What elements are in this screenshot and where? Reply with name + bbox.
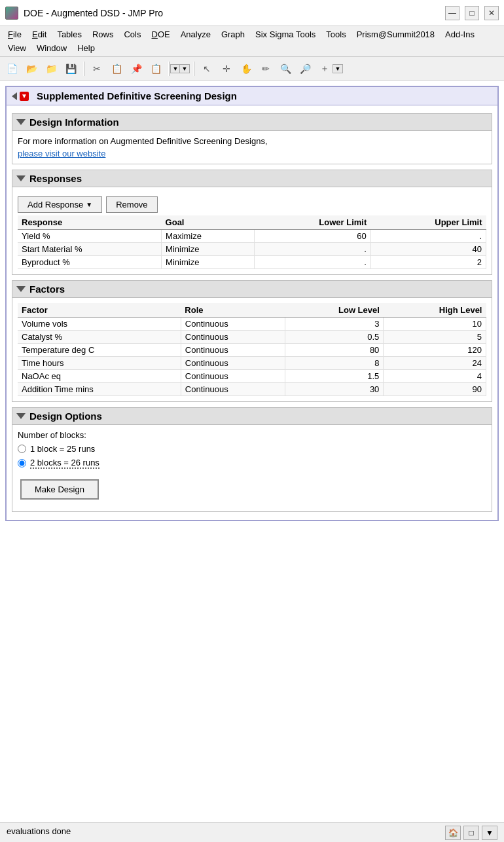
factor-low: 80 <box>285 344 384 357</box>
responses-collapse[interactable] <box>16 175 26 181</box>
tb-pointer[interactable]: ↖ <box>198 60 216 77</box>
factor-low: 1.5 <box>285 370 384 383</box>
factors-table: Factor Role Low Level High Level Volume … <box>18 303 486 396</box>
table-row[interactable]: Catalyst % Continuous 0.5 5 <box>18 331 486 344</box>
design-info-collapse[interactable] <box>16 119 26 125</box>
make-design-button[interactable]: Make Design <box>20 479 99 500</box>
menu-addins[interactable]: Add-Ins <box>440 27 480 41</box>
table-row[interactable]: Yield % Maximize 60 . <box>18 230 486 243</box>
status-home-icon[interactable]: 🏠 <box>445 826 461 840</box>
design-info-body: For more information on Augmented Defini… <box>12 131 492 164</box>
add-response-button[interactable]: Add Response ▼ <box>18 196 102 213</box>
menu-window[interactable]: Window <box>31 41 72 55</box>
top-panel-header: Supplemented Definitive Screening Design <box>7 87 497 105</box>
response-upper: . <box>370 230 486 243</box>
tb-hand[interactable]: ✋ <box>237 60 255 77</box>
response-goal: Maximize <box>162 230 255 243</box>
factors-body: Factor Role Low Level High Level Volume … <box>12 298 492 401</box>
table-row[interactable]: Start Material % Minimize . 40 <box>18 243 486 256</box>
status-text: evaluations done <box>7 826 71 836</box>
toolbar: 📄 📂 📁 💾 ✂ 📋 📌 📋 ▼ ▼ ↖ ✛ ✋ ✏ 🔍 🔎 ＋ ▼ <box>0 57 504 81</box>
factors-col-factor: Factor <box>18 303 181 318</box>
menu-tables[interactable]: Tables <box>52 27 87 41</box>
factor-low: 8 <box>285 357 384 370</box>
response-lower: . <box>255 256 371 269</box>
close-button[interactable]: ✕ <box>484 6 499 20</box>
status-icons: 🏠 □ ▼ <box>445 826 497 840</box>
factors-header: Factors <box>12 281 492 298</box>
factor-role: Continuous <box>181 383 285 396</box>
factors-collapse[interactable] <box>16 286 26 292</box>
menu-cols[interactable]: Cols <box>118 27 146 41</box>
collapse-triangle-left[interactable] <box>12 92 17 100</box>
responses-panel: Responses Add Response ▼ Remove Respons <box>12 170 492 275</box>
window-controls: — □ ✕ <box>445 6 499 20</box>
menu-bar: File Edit Tables Rows Cols DOE Analyze G… <box>0 26 504 57</box>
factor-role: Continuous <box>181 331 285 344</box>
factors-title: Factors <box>29 284 65 295</box>
tb-paste[interactable]: 📌 <box>127 60 145 77</box>
factor-name: Temperature deg C <box>18 344 181 357</box>
design-info-description: For more information on Augmented Defini… <box>18 136 486 146</box>
remove-response-button[interactable]: Remove <box>106 196 157 213</box>
tb-cut[interactable]: ✂ <box>88 60 106 77</box>
tb-search1[interactable]: 🔍 <box>276 60 295 77</box>
responses-body: Add Response ▼ Remove Response Goal Lowe… <box>12 187 492 274</box>
response-goal: Minimize <box>162 243 255 256</box>
option1-radio[interactable] <box>18 445 26 453</box>
maximize-button[interactable]: □ <box>465 6 479 20</box>
table-row[interactable]: Volume vols Continuous 3 10 <box>18 318 486 331</box>
response-name: Yield % <box>18 230 162 243</box>
option2-radio[interactable] <box>18 459 26 467</box>
menu-edit[interactable]: Edit <box>27 27 52 41</box>
design-info-panel: Design Information For more information … <box>12 113 492 164</box>
menu-help[interactable]: Help <box>72 41 100 55</box>
tb-search2[interactable]: 🔎 <box>296 60 314 77</box>
factors-col-role: Role <box>181 303 285 318</box>
factor-low: 3 <box>285 318 384 331</box>
response-upper: 40 <box>370 243 486 256</box>
responses-header: Responses <box>12 170 492 187</box>
design-options-collapse[interactable] <box>16 413 26 419</box>
menu-rows[interactable]: Rows <box>87 27 119 41</box>
menu-analyze[interactable]: Analyze <box>175 27 216 41</box>
panel-menu-icon[interactable] <box>20 92 29 101</box>
tb-new[interactable]: 📄 <box>3 60 21 77</box>
minimize-button[interactable]: — <box>445 6 459 20</box>
tb-save[interactable]: 💾 <box>62 60 80 77</box>
tb-dropdown2[interactable]: ▼ <box>179 64 190 73</box>
responses-table: Response Goal Lower Limit Upper Limit Yi… <box>18 215 486 269</box>
response-lower: . <box>255 243 371 256</box>
tb-folder2[interactable]: 📁 <box>42 60 60 77</box>
design-info-link[interactable]: please visit our website <box>18 149 105 158</box>
table-row[interactable]: Time hours Continuous 8 24 <box>18 357 486 370</box>
menu-doe[interactable]: DOE <box>146 27 175 41</box>
design-info-header: Design Information <box>12 114 492 131</box>
menu-prism[interactable]: Prism@Summit2018 <box>351 27 440 41</box>
table-row[interactable]: Addition Time mins Continuous 30 90 <box>18 383 486 396</box>
menu-view[interactable]: View <box>3 41 31 55</box>
factor-role: Continuous <box>181 344 285 357</box>
factor-role: Continuous <box>181 370 285 383</box>
design-options-panel: Design Options Number of blocks: 1 block… <box>12 407 492 512</box>
tb-pencil[interactable]: ✏ <box>257 60 275 77</box>
blocks-label: Number of blocks: <box>18 430 486 440</box>
status-window-icon[interactable]: □ <box>463 826 479 840</box>
menu-file[interactable]: File <box>3 27 27 41</box>
status-arrow-icon[interactable]: ▼ <box>482 826 497 840</box>
tb-copy[interactable]: 📋 <box>107 60 126 77</box>
table-row[interactable]: Byproduct % Minimize . 2 <box>18 256 486 269</box>
tb-dropdown3[interactable]: ▼ <box>333 64 343 73</box>
tb-paste2[interactable]: 📋 <box>147 60 165 77</box>
tb-plus[interactable]: ＋ <box>315 60 334 77</box>
table-row[interactable]: Temperature deg C Continuous 80 120 <box>18 344 486 357</box>
tb-crosshair[interactable]: ✛ <box>217 60 236 77</box>
menu-tools[interactable]: Tools <box>321 27 351 41</box>
menu-sixsigma[interactable]: Six Sigma Tools <box>250 27 321 41</box>
factors-col-low: Low Level <box>285 303 384 318</box>
table-row[interactable]: NaOAc eq Continuous 1.5 4 <box>18 370 486 383</box>
factor-name: Time hours <box>18 357 181 370</box>
tb-open[interactable]: 📂 <box>22 60 41 77</box>
menu-graph[interactable]: Graph <box>216 27 250 41</box>
factor-low: 0.5 <box>285 331 384 344</box>
